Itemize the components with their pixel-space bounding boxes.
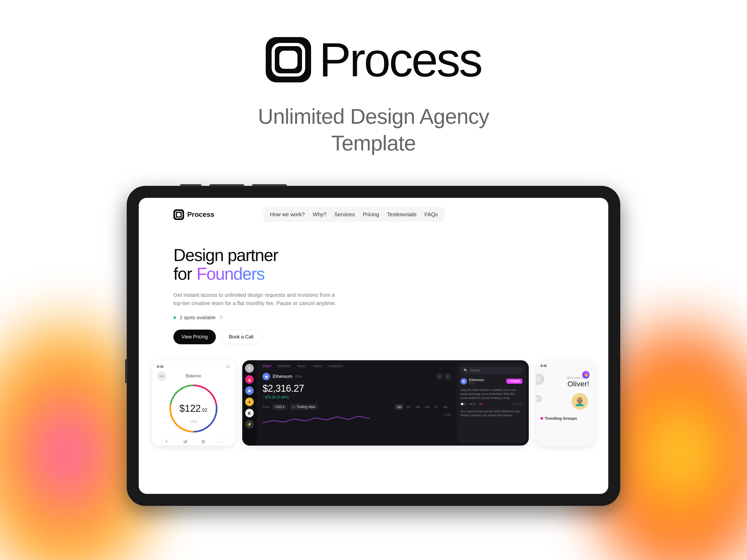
preview-row: 9:41 􀙇 􀛨 LG Balance $122.92 USD [139,360,608,446]
side-journey-text: Your crypto journey just got better! Beh… [461,409,522,417]
side-stats: 💬 0 ⇄ 23 ❤ 2 Dec 2023 [461,403,522,406]
more-button[interactable]: ⋯ More [215,436,227,446]
status-time: 9:41 [157,365,164,369]
add-money-button[interactable]: + Add money [160,436,173,446]
coin-change: $78.58 (3.46%) [262,395,451,399]
tablet-frame: Process How we work? Why? Services Prici… [127,186,620,506]
nav-testimonials[interactable]: Testimonials [387,211,416,218]
stopwatch-icon: ⏱ [219,315,224,320]
search-input[interactable]: 🔍 Search [461,367,522,374]
crypto-tabs: Chart Markets News About Analytics [262,364,451,368]
balance-label: Balance [157,374,230,378]
tab-chart[interactable]: Chart [262,364,271,368]
settings-button[interactable]: ⚙ Settings [198,436,209,446]
range-1y[interactable]: 1Y [433,404,440,409]
trending-groups-heading: Trending Groups [541,416,591,421]
coin-icon[interactable]: ◐ [245,409,254,417]
ethereum-icon: ◆ [461,378,467,384]
exchange-button[interactable]: ⇄ Exchange [180,436,191,446]
wave-icon: 👋 [582,371,590,378]
nav-services[interactable]: Services [334,211,355,218]
hero-brand: Process [266,32,481,87]
tab-analytics[interactable]: Analytics [329,364,343,368]
status-indicators-icon: 􀙇 􀛨 [227,365,230,369]
chart-axis-value: 2,320 [444,414,451,417]
compare-chip[interactable]: /c: Trading View [290,404,318,410]
nav-pricing[interactable]: Pricing [363,211,379,218]
range-1d[interactable]: 1D [404,404,412,409]
coin-price: $2,316.27 [262,383,451,394]
crypto-rail: 🔥 ◆ ● ◐ ⚡ [242,360,257,446]
gear-icon: ⚙ [198,436,209,446]
ethereum-icon: ◆ [262,373,270,380]
book-call-button[interactable]: Book a Call [221,329,262,344]
dot-icon [541,417,543,420]
avatar[interactable] [245,364,254,373]
site-brand[interactable]: Process [174,209,214,220]
reply-icon: 💬 0 [461,403,466,406]
tab-markets[interactable]: Markets [278,364,290,368]
side-paragraph: Seize the ideal moment to establish your… [461,388,522,400]
crypto-side-panel: 🔍 Search ◆ Ethereum ETH + Follow Seize t… [457,363,526,443]
heart-icon: ❤ 2 [479,403,483,406]
balance-ring-chart: $122.92 USD [170,384,217,432]
balance-amount: $122.92 [179,403,207,414]
site-nav: Process How we work? Why? Services Prici… [139,198,608,222]
spots-available: 2 spots available ⏱ [174,315,573,321]
plus-icon: + [161,436,172,446]
nav-how-we-work[interactable]: How we work? [270,211,305,218]
welcome-name: Oliver! [541,380,589,388]
tablet-screen: Process How we work? Why? Services Prici… [139,198,608,494]
status-dot-icon [174,316,176,319]
hero-description: Get instant access to unlimited design r… [174,291,341,308]
process-logo-icon [174,209,184,220]
hero-title: Process [319,32,481,87]
nav-why[interactable]: Why? [313,211,326,218]
range-all[interactable]: ALL [441,404,451,409]
coin-ticker: ETH [295,375,302,378]
retweet-icon: ⇄ 23 [469,403,475,406]
share-icon[interactable]: ⇪ [444,373,451,380]
tab-about[interactable]: About [313,364,322,368]
hero-subtitle: Unlimited Design Agency Template [258,103,489,157]
more-icon: ⋯ [215,436,227,446]
status-time: 9:41 [541,364,591,368]
process-logo-icon [266,37,311,82]
range-tabs: 1H 1D 1W 1M 1Y ALL [395,404,451,409]
tab-news[interactable]: News [297,364,306,368]
hero-headline: Design partner for Founders [174,246,573,284]
range-1h[interactable]: 1H [395,404,403,409]
avatar[interactable]: 👨🏽‍🦲 [571,393,588,409]
search-icon: 🔍 [464,369,468,372]
exchange-icon: ⇄ [180,436,191,446]
range-1m[interactable]: 1M [423,404,431,409]
welcome-preview-card: 9:41 👋 Welcome back Oliver! 👨🏽‍🦲 Trendin… [536,360,595,446]
coin-name: Ethereum [273,374,292,379]
nav-pill: How we work? Why? Services Pricing Testi… [263,207,445,222]
hero-section: Design partner for Founders Get instant … [139,222,608,344]
decorative-blob [536,395,542,402]
balance-preview-card: 9:41 􀙇 􀛨 LG Balance $122.92 USD [152,360,235,446]
coin-icon[interactable]: ● [245,398,254,406]
currency-chip[interactable]: USD ▾ [273,404,287,410]
hero-headline-accent: Founders [197,265,264,283]
follow-button[interactable]: + Follow [506,379,522,384]
site-brand-text: Process [187,210,214,219]
crypto-preview-card: 🔥 ◆ ● ◐ ⚡ Chart Markets News About Analy… [242,360,529,446]
ethereum-icon[interactable]: ◆ [245,386,254,395]
bolt-icon[interactable]: ⚡ [245,420,254,429]
nav-faqs[interactable]: FAQs [424,211,438,218]
fire-icon[interactable]: 🔥 [245,375,254,384]
view-pricing-button[interactable]: View Pricing [174,329,216,344]
star-icon[interactable]: ☆ [436,373,443,380]
welcome-back-label: Welcome back [541,376,589,380]
range-1w[interactable]: 1W [413,404,422,409]
price-chart: 2,320 [262,414,451,424]
